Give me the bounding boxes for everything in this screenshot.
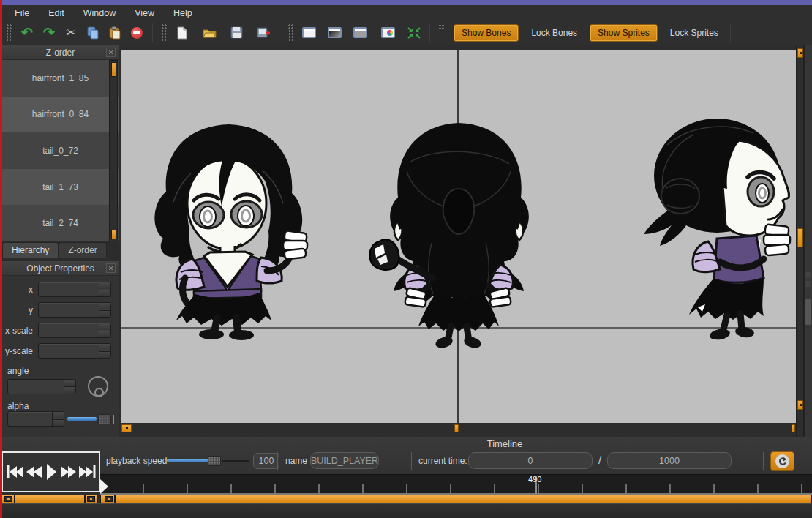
y-scale-label: y-scale [2, 346, 33, 356]
playback-speed-label: playback speed [106, 456, 167, 466]
menu-edit[interactable]: Edit [48, 8, 64, 18]
view-window-color-icon[interactable] [377, 23, 399, 42]
canvas-vscroll-thumb[interactable] [797, 228, 803, 247]
playback-speed-slider-track[interactable] [222, 460, 249, 462]
alpha-slider-fill[interactable] [67, 417, 97, 421]
range-handle[interactable] [4, 496, 12, 502]
x-input[interactable] [38, 282, 111, 297]
zorder-item[interactable]: tail_0_72 [2, 132, 119, 169]
loop-toggle-button[interactable] [770, 451, 794, 471]
skip-to-start-button[interactable] [6, 464, 23, 480]
playback-speed-slider-handle[interactable] [208, 456, 221, 466]
y-input[interactable] [38, 302, 111, 318]
zorder-item[interactable]: hairfront_0_84 [2, 97, 119, 133]
x-scale-label: x-scale [2, 326, 33, 336]
canvas-vertical-scrollbar[interactable] [796, 45, 804, 437]
animation-canvas[interactable] [121, 50, 796, 423]
playhead-marker[interactable] [100, 479, 108, 494]
x-scale-input[interactable] [38, 323, 111, 338]
menu-file[interactable]: File [15, 8, 29, 18]
alpha-slider-end [113, 415, 114, 424]
new-file-icon[interactable] [171, 23, 193, 42]
fit-view-icon[interactable] [403, 23, 425, 42]
angle-input[interactable] [7, 379, 76, 394]
import-image-icon[interactable] [252, 23, 274, 42]
zorder-scrollbar[interactable] [109, 60, 118, 241]
total-time-input[interactable]: 1000 [607, 452, 732, 469]
character-sprite-side-view[interactable] [638, 116, 796, 340]
right-splitter-handle[interactable] [805, 299, 811, 325]
canvas-vscroll-top-marker[interactable] [797, 48, 803, 58]
timeline-separator [411, 452, 412, 470]
zorder-item[interactable]: hairfront_1_85 [2, 60, 119, 97]
view-window-gray-icon[interactable] [349, 23, 371, 42]
fast-forward-button[interactable] [60, 464, 76, 480]
timeline-main-range-bar[interactable] [100, 495, 812, 503]
playback-speed-slider-fill[interactable] [167, 459, 208, 462]
undo-icon[interactable]: ↶ [16, 23, 38, 42]
window-title-strip [0, 0, 812, 5]
menu-window[interactable]: Window [83, 8, 116, 18]
left-panel-tab-bar: Hierarchy Z-order [2, 241, 119, 258]
play-button[interactable] [45, 463, 57, 481]
redo-icon[interactable]: ↷ [38, 23, 60, 42]
menu-bar: File Edit Window View Help [2, 5, 812, 20]
canvas-hscroll-left-marker[interactable] [121, 424, 132, 432]
x-label: x [2, 285, 33, 295]
sprite-editor-window: File Edit Window View Help ↶ ↷ ✂ [0, 0, 812, 518]
view-window-dark-icon[interactable] [323, 23, 345, 42]
timeline-ruler[interactable]: 490 [100, 474, 812, 495]
canvas-hscroll-center-marker[interactable] [454, 424, 459, 432]
object-properties-panel: Object Properties ✕ x y x-scale y-scale … [2, 258, 119, 437]
canvas-hscroll-right-marker[interactable] [792, 424, 795, 432]
skip-to-end-button[interactable] [79, 464, 97, 480]
range-handle[interactable] [105, 496, 113, 502]
character-sprite-back-view[interactable] [366, 119, 552, 350]
left-screen-edge-marker [0, 0, 2, 518]
toolbar-drag-grip[interactable] [439, 24, 444, 42]
toolbar-drag-grip[interactable] [288, 24, 293, 42]
tab-zorder[interactable]: Z-order [59, 242, 106, 258]
y-scale-input[interactable] [38, 343, 111, 359]
view-window-white-icon[interactable] [298, 23, 320, 42]
canvas-vscroll-bottom-marker[interactable] [797, 400, 803, 410]
angle-dial[interactable] [88, 376, 108, 397]
zorder-panel-title: Z-order [46, 48, 75, 58]
right-splitter-strip[interactable] [804, 45, 812, 437]
timeline-left-range-bar[interactable] [1, 495, 98, 503]
open-folder-icon[interactable] [198, 23, 220, 42]
delete-icon[interactable] [126, 23, 148, 42]
cut-icon[interactable]: ✂ [60, 23, 82, 42]
alpha-input[interactable] [7, 411, 64, 427]
lock-bones-button[interactable]: Lock Bones [531, 28, 577, 38]
show-bones-button[interactable]: Show Bones [454, 24, 519, 42]
main-toolbar: ↶ ↷ ✂ [2, 20, 812, 45]
playback-speed-value[interactable]: 100 [253, 453, 279, 469]
show-sprites-button[interactable]: Show Sprites [590, 24, 658, 42]
save-icon[interactable] [225, 23, 247, 42]
lock-sprites-button[interactable]: Lock Sprites [670, 28, 718, 38]
rewind-button[interactable] [26, 464, 42, 480]
zorder-item[interactable]: tail_2_74 [2, 205, 119, 241]
menu-help[interactable]: Help [173, 8, 192, 18]
close-icon[interactable]: ✕ [106, 48, 116, 57]
range-handle[interactable] [87, 496, 95, 502]
object-properties-header[interactable]: Object Properties ✕ [2, 261, 119, 276]
object-properties-title: Object Properties [26, 263, 94, 274]
menu-view[interactable]: View [135, 8, 154, 18]
left-dock-panel: Z-order ✕ hairfront_1_85 hairfront_0_84 … [2, 45, 119, 437]
toolbar-drag-grip[interactable] [7, 24, 12, 42]
close-icon[interactable]: ✕ [106, 263, 116, 273]
current-time-input[interactable]: 0 [468, 452, 593, 469]
animation-name-value[interactable]: BUILD_PLAYER [310, 452, 379, 469]
paste-icon[interactable] [104, 23, 126, 42]
zorder-scrollbar-thumb[interactable] [111, 62, 116, 77]
alpha-slider-handle[interactable] [98, 414, 111, 424]
toolbar-drag-grip[interactable] [162, 24, 167, 42]
copy-icon[interactable] [82, 23, 104, 42]
zorder-panel-header[interactable]: Z-order ✕ [2, 45, 119, 60]
zorder-scrollbar-end-marker[interactable] [111, 230, 116, 239]
tab-hierarchy[interactable]: Hierarchy [2, 242, 59, 258]
character-sprite-front-view[interactable] [144, 121, 315, 341]
zorder-item[interactable]: tail_1_73 [2, 169, 119, 206]
